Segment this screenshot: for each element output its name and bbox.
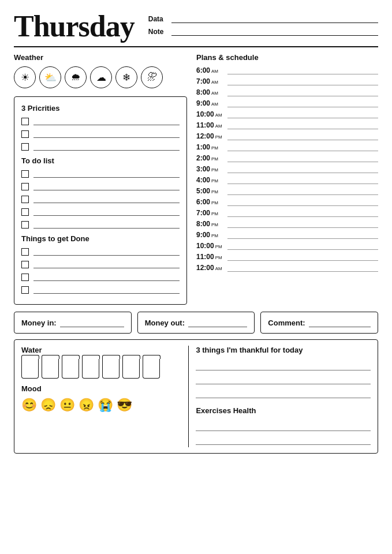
weather-icon-snow[interactable]: ❄ [115, 66, 137, 88]
schedule-line-4[interactable] [227, 110, 378, 118]
money-out-field[interactable] [188, 318, 247, 327]
priority-checkbox-3[interactable] [21, 143, 29, 151]
things-line-3[interactable] [33, 273, 180, 281]
ampm-2: AM [211, 91, 218, 96]
header-fields: Data Note [148, 12, 378, 40]
schedule-line-12[interactable] [227, 198, 378, 206]
weather-icon-cloud[interactable]: ☁ [90, 66, 112, 88]
weather-icon-sun[interactable]: ☀ [14, 66, 36, 88]
mood-icon-cry[interactable]: 😭 [98, 398, 113, 413]
schedule-line-2[interactable] [227, 88, 378, 96]
schedule-line-11[interactable] [227, 187, 378, 195]
schedule-line-9[interactable] [227, 165, 378, 173]
mood-icon-angry[interactable]: 😠 [79, 398, 94, 413]
schedule-line-18[interactable] [227, 264, 378, 272]
schedule-line-17[interactable] [227, 253, 378, 261]
time-label-13: 7:00PM [196, 209, 227, 217]
weather-icon-rain[interactable]: 🌧 [65, 66, 87, 88]
time-label-6: 12:00PM [196, 132, 227, 140]
mood-icons: 😊 😞 😐 😠 😭 😎 [21, 398, 181, 413]
schedule-line-8[interactable] [227, 154, 378, 162]
schedule-row-16: 10:00PM [196, 242, 378, 250]
mood-icon-neutral[interactable]: 😐 [59, 398, 75, 413]
todo-line-5[interactable] [33, 220, 180, 229]
schedule-line-14[interactable] [227, 220, 378, 228]
mood-label: Mood [21, 384, 181, 393]
things-checkbox-4[interactable] [21, 286, 29, 294]
thankful-lines [196, 359, 371, 398]
thankful-line-2[interactable] [196, 373, 371, 384]
schedule-line-1[interactable] [227, 77, 378, 85]
todo-checkbox-1[interactable] [21, 170, 29, 178]
todo-line-1[interactable] [33, 170, 180, 178]
weather-icon-storm[interactable]: ⛈ [141, 66, 163, 88]
header: Thursday Data Note [14, 12, 378, 42]
schedule-line-6[interactable] [227, 132, 378, 140]
priority-line-3[interactable] [33, 143, 180, 151]
weather-icon-partcloud[interactable]: ⛅ [39, 66, 61, 88]
comment-field[interactable] [309, 318, 371, 327]
things-item-1 [21, 248, 180, 256]
todo-checkbox-4[interactable] [21, 208, 29, 216]
tasks-box: 3 Pricrities To do list [14, 96, 187, 305]
things-checkbox-3[interactable] [21, 274, 29, 281]
priority-checkbox-2[interactable] [21, 130, 29, 138]
ampm-10: PM [211, 178, 218, 184]
todo-checkbox-3[interactable] [21, 196, 29, 203]
priority-line-1[interactable] [33, 117, 180, 125]
time-label-0: 6:00AM [196, 66, 227, 74]
schedule-row-7: 1:00PM [196, 143, 378, 151]
schedule-line-7[interactable] [227, 143, 378, 151]
things-checkbox-1[interactable] [21, 248, 29, 256]
bottom-right: 3 things I'm thankful for today Exercise… [189, 346, 371, 447]
thankful-line-3[interactable] [196, 387, 371, 398]
todo-item-1 [21, 170, 180, 178]
schedule-row-9: 3:00PM [196, 165, 378, 173]
priority-checkbox-1[interactable] [21, 118, 29, 125]
schedule-line-16[interactable] [227, 242, 378, 250]
todo-line-4[interactable] [33, 208, 180, 216]
exercises-line-1[interactable] [196, 420, 371, 431]
mood-icon-sad[interactable]: 😞 [40, 398, 56, 413]
schedule-line-13[interactable] [227, 209, 378, 217]
schedule-row-12: 6:00PM [196, 198, 378, 206]
ampm-14: PM [211, 222, 218, 227]
todo-checkbox-5[interactable] [21, 221, 29, 229]
todo-line-3[interactable] [33, 195, 180, 203]
money-row: Money in: Money out: Comment: [14, 312, 378, 334]
money-in-field[interactable] [60, 318, 124, 327]
cup-5[interactable] [102, 359, 120, 379]
ampm-9: PM [211, 167, 218, 173]
schedule-row-0: 6:00AM [196, 66, 378, 74]
todo-checkbox-2[interactable] [21, 183, 29, 190]
cup-4[interactable] [82, 359, 99, 379]
priority-item-3 [21, 143, 180, 151]
things-line-4[interactable] [33, 286, 180, 294]
cup-2[interactable] [42, 359, 59, 379]
mood-section: Mood 😊 😞 😐 😠 😭 😎 [21, 384, 181, 413]
schedule-line-0[interactable] [227, 66, 378, 74]
time-label-12: 6:00PM [196, 198, 227, 206]
todo-line-2[interactable] [33, 182, 180, 190]
schedule-line-15[interactable] [227, 231, 378, 239]
priority-line-2[interactable] [33, 130, 180, 138]
things-line-1[interactable] [33, 248, 180, 256]
cup-1[interactable] [21, 359, 39, 379]
exercises-line-2[interactable] [196, 433, 371, 445]
schedule-line-10[interactable] [227, 176, 378, 184]
cup-6[interactable] [122, 359, 140, 379]
things-checkbox-2[interactable] [21, 261, 29, 268]
mood-icon-happy[interactable]: 😊 [21, 398, 37, 413]
priority-item-2 [21, 130, 180, 138]
exercises-label: Exercises Health [196, 406, 371, 415]
todo-item-4 [21, 208, 180, 216]
schedule-line-3[interactable] [227, 99, 378, 107]
schedule-line-5[interactable] [227, 121, 378, 129]
mood-icon-cool[interactable]: 😎 [117, 398, 132, 413]
money-out-box: Money out: [137, 312, 255, 334]
things-line-2[interactable] [33, 260, 180, 268]
data-label: Data [148, 15, 167, 23]
cup-7[interactable] [143, 359, 160, 379]
thankful-line-1[interactable] [196, 359, 371, 370]
cup-3[interactable] [62, 359, 79, 379]
